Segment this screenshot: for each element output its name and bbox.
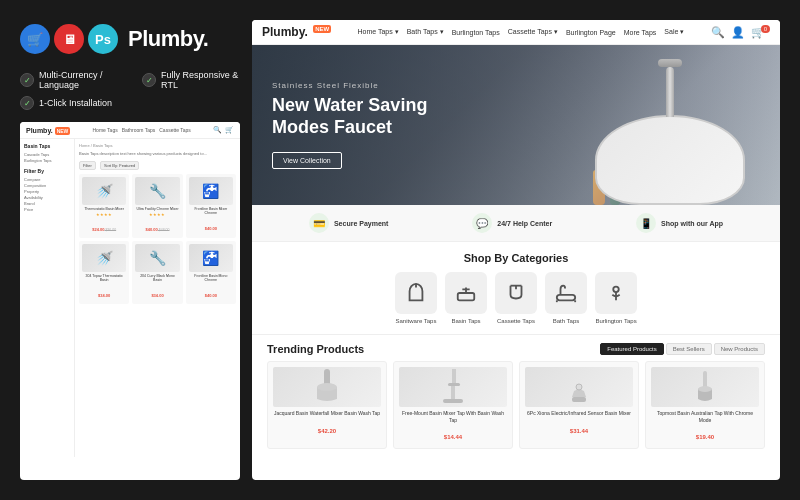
sanitware-label: Sanitware Taps [396, 318, 437, 324]
main-container: 🛒 🖥 Ps Plumby. ✓ Multi-Currency / Langua… [10, 10, 790, 490]
filter-composition[interactable]: Composition [24, 183, 70, 188]
feature-label-2: Fully Responsive & RTL [161, 70, 240, 90]
trending-header: Trending Products Featured Products Best… [267, 343, 765, 355]
trending-pricing-1: $42.20 [273, 419, 381, 437]
hero-faucet-deco [580, 65, 760, 205]
shop-icons-small: 🔍 🛒 [213, 126, 234, 134]
filter-availability[interactable]: Availability [24, 195, 70, 200]
nav-home-main[interactable]: Home Taps ▾ [357, 28, 398, 36]
shop-main-small: Home / Basin Taps Basin Taps description… [75, 139, 240, 457]
brand-area: 🛒 🖥 Ps Plumby. [20, 20, 240, 58]
feature-label-1: Multi-Currency / Language [39, 70, 126, 90]
filter-button[interactable]: Filter [79, 161, 96, 170]
nav-home[interactable]: Home Tags [92, 127, 117, 133]
category-sanitware[interactable]: Sanitware Taps [395, 272, 437, 324]
svg-point-9 [613, 287, 619, 293]
basin-icon-box [445, 272, 487, 314]
store-logo: Plumby. NEW [262, 25, 331, 39]
feature-row-2: ✓ 1-Click Installation [20, 96, 240, 110]
nav-burlington-page[interactable]: Burlington Page [566, 29, 616, 36]
trending-img-3 [525, 367, 633, 407]
trending-title: Trending Products [267, 343, 364, 355]
store-user-icon[interactable]: 👤 [731, 26, 745, 39]
trending-pricing-4: $19.40 [651, 425, 759, 443]
hero-content: Stainless Steel Flexible New Water Savin… [252, 61, 447, 188]
features-list: ✓ Multi-Currency / Language ✓ Fully Resp… [20, 70, 240, 110]
product-card-5[interactable]: 🔧 204 Curry Black Mono Basin $34.00 [132, 241, 182, 304]
store-cart-icon[interactable]: 🛒0 [751, 26, 770, 39]
features-strip: 💳 Secure Payment 💬 24/7 Help Center 📱 Sh… [252, 205, 780, 242]
product-price-1: $24.00 $36.00 [82, 217, 126, 235]
product-name-5: 204 Curry Black Mono Basin [135, 274, 179, 282]
product-name-2: Ultra Facility Chrome Mixer [135, 207, 179, 211]
shop-preview-small: Plumby. NEW Home Tags Bathroom Taps Cass… [20, 122, 240, 480]
nav-burlington[interactable]: Burlington Taps [452, 29, 500, 36]
product-name-6: Frontline Basin Mono Chrome [189, 274, 233, 282]
shop-content-small: Basin Taps Cascade Taps Burlington Taps … [20, 139, 240, 457]
trending-card-1[interactable]: Jacquard Basin Waterfall Mixer Basin Was… [267, 361, 387, 449]
sidebar-link-1[interactable]: Cascade Taps [24, 152, 70, 157]
category-basin[interactable]: Basin Taps [445, 272, 487, 324]
product-img-5: 🔧 [135, 244, 179, 272]
svg-rect-16 [443, 399, 463, 403]
filter-compare[interactable]: Compare [24, 177, 70, 182]
store-nav: Home Taps ▾ Bath Taps ▾ Burlington Taps … [357, 28, 684, 36]
sort-button[interactable]: Sort By: Featured [100, 161, 139, 170]
trending-card-2[interactable]: Free-Mount Basin Mixer Tap With Basin Wa… [393, 361, 513, 449]
svg-rect-6 [557, 295, 575, 301]
filter-brand[interactable]: Brand [24, 201, 70, 206]
store-search-icon[interactable]: 🔍 [711, 26, 725, 39]
tab-new[interactable]: New Products [714, 343, 765, 355]
nav-more-taps[interactable]: More Taps [624, 29, 657, 36]
svg-point-18 [576, 384, 582, 390]
small-shop-logo: Plumby. NEW [26, 127, 70, 134]
nav-cassette-main[interactable]: Cassette Taps ▾ [508, 28, 558, 36]
trending-card-4[interactable]: Topmost Basin Australian Tap With Chrome… [645, 361, 765, 449]
small-cart-icon[interactable]: 🛒 [225, 126, 234, 134]
filter-price[interactable]: Price [24, 207, 70, 212]
product-price-6: $40.00 [189, 283, 233, 301]
trending-products: Jacquard Basin Waterfall Mixer Basin Was… [267, 361, 765, 449]
nav-cassette[interactable]: Cassette Taps [159, 127, 191, 133]
sidebar-link-2[interactable]: Burlington Taps [24, 158, 70, 163]
feature-row-1: ✓ Multi-Currency / Language ✓ Fully Resp… [20, 70, 240, 90]
secure-payment-text: Secure Payment [334, 220, 388, 227]
product-card-2[interactable]: 🔧 Ultra Facility Chrome Mixer ★★★★ $40.0… [132, 174, 182, 238]
view-collection-button[interactable]: View Collection [272, 152, 342, 169]
small-search-icon[interactable]: 🔍 [213, 126, 222, 134]
brand-name: Plumby. [128, 26, 208, 52]
trending-card-3[interactable]: 6Pc Xiona Electric/Infrared Sensor Basin… [519, 361, 639, 449]
nav-sale[interactable]: Sale ▾ [664, 28, 684, 36]
help-center-icon: 💬 [472, 213, 492, 233]
product-name-1: Thermostatic Basin Mixer [82, 207, 126, 211]
nav-bath[interactable]: Bath Taps ▾ [407, 28, 444, 36]
burlington-icon-box [595, 272, 637, 314]
cart-icon-blue: 🛒 [20, 24, 50, 54]
trending-img-1 [273, 367, 381, 407]
tab-bestsellers[interactable]: Best Sellers [666, 343, 712, 355]
nav-bathroom[interactable]: Bathroom Taps [122, 127, 156, 133]
trending-price-3: $31.44 [570, 428, 588, 434]
trending-pricing-3: $31.44 [525, 419, 633, 437]
store-icons: 🔍 👤 🛒0 [711, 26, 770, 39]
shop-breadcrumb: Home / Basin Taps [79, 143, 236, 148]
shop-sidebar-small: Basin Taps Cascade Taps Burlington Taps … [20, 139, 75, 457]
filter-property[interactable]: Property [24, 189, 70, 194]
trending-img-4 [651, 367, 759, 407]
category-bath[interactable]: Bath Taps [545, 272, 587, 324]
secure-payment-icon: 💳 [309, 213, 329, 233]
category-burlington[interactable]: Burlington Taps [595, 272, 637, 324]
product-card-3[interactable]: 🚰 Frontline Basin Mixer Chrome $40.00 [186, 174, 236, 238]
filter-section: Filter By Compare Composition Property A… [24, 168, 70, 212]
products-grid-small: 🚿 Thermostatic Basin Mixer ★★★★ $24.00 $… [79, 174, 236, 305]
product-img-3: 🚰 [189, 177, 233, 205]
cart-count: 0 [761, 25, 770, 33]
product-card-4[interactable]: 🚿 304 Topaz Thermostatic Basin $34.00 [79, 241, 129, 304]
tab-featured[interactable]: Featured Products [600, 343, 663, 355]
product-card-6[interactable]: 🚰 Frontline Basin Mono Chrome $40.00 [186, 241, 236, 304]
product-price-5: $34.00 [135, 283, 179, 301]
category-cassette[interactable]: Cassette Taps [495, 272, 537, 324]
check-icon-1: ✓ [20, 73, 34, 87]
hero-banner: Stainless Steel Flexible New Water Savin… [252, 45, 780, 205]
product-card-1[interactable]: 🚿 Thermostatic Basin Mixer ★★★★ $24.00 $… [79, 174, 129, 238]
